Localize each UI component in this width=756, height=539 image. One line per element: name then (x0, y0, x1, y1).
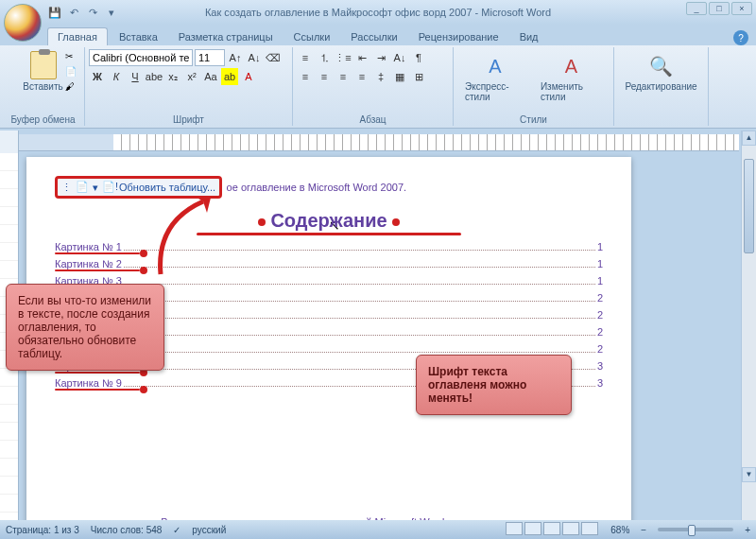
change-case-button[interactable]: Aa (202, 68, 219, 85)
doc-icon: 📄 (76, 181, 89, 194)
change-styles-label: Изменить стили (541, 81, 602, 102)
clipboard-icon (30, 51, 57, 79)
toc-update-toolbar[interactable]: ⋮ 📄 ▾ 📄! Обновить таблицу... (55, 176, 222, 199)
horizontal-ruler[interactable] (19, 134, 739, 151)
clipboard-group-label: Буфер обмена (2, 114, 84, 125)
tab-insert[interactable]: Вставка (110, 28, 167, 45)
group-styles: A Экспресс-стили A Изменить стили Стили (454, 47, 614, 126)
underline-button[interactable]: Ч (127, 68, 144, 85)
font-size-select[interactable] (195, 49, 225, 66)
quick-styles-button[interactable]: A Экспресс-стили (457, 49, 533, 124)
toc-entry[interactable]: Картинка № 11 (55, 241, 603, 254)
window-title: Как создать оглавление в Майкрософт офис… (205, 7, 551, 18)
paste-label: Вставить (23, 81, 62, 92)
close-button[interactable]: × (731, 2, 752, 15)
office-button[interactable] (4, 4, 42, 42)
undo-icon[interactable]: ↶ (66, 5, 81, 20)
shading-button[interactable]: ▦ (391, 68, 408, 85)
toc-entry[interactable]: Картинка № 21 (55, 258, 603, 271)
bullets-button[interactable]: ≡ (297, 49, 314, 66)
zoom-in-button[interactable]: + (745, 525, 750, 535)
refresh-icon: 📄! (102, 181, 115, 194)
toc-entry-page: 1 (597, 275, 603, 287)
scroll-thumb[interactable] (744, 159, 754, 253)
redo-icon[interactable]: ↷ (85, 5, 100, 20)
multilevel-button[interactable]: ⋮≡ (335, 49, 352, 66)
tab-review[interactable]: Рецензирование (409, 28, 508, 45)
clear-format-icon[interactable]: ⌫ (265, 49, 282, 66)
subscript-button[interactable]: x₂ (164, 68, 181, 85)
editing-button[interactable]: 🔍 Редактирование (618, 49, 704, 96)
grow-font-icon[interactable]: A↑ (227, 49, 244, 66)
help-icon[interactable]: ? (733, 30, 748, 45)
minimize-button[interactable]: _ (686, 2, 707, 15)
zoom-slider[interactable] (658, 528, 733, 531)
strike-button[interactable]: abe (146, 68, 163, 85)
group-paragraph: ≡ ⒈ ⋮≡ ⇤ ⇥ A↓ ¶ ≡ ≡ ≡ ≡ ‡ ▦ ⊞ Абзац (293, 47, 454, 126)
quick-styles-label: Экспресс-стили (465, 81, 525, 102)
font-name-select[interactable] (89, 49, 193, 66)
save-icon[interactable]: 💾 (47, 5, 62, 20)
borders-button[interactable]: ⊞ (410, 68, 427, 85)
editing-label: Редактирование (625, 81, 696, 92)
shrink-font-icon[interactable]: A↓ (246, 49, 263, 66)
paragraph-group-label: Абзац (293, 114, 453, 125)
change-styles-icon: A (558, 53, 584, 79)
status-language[interactable]: русский (192, 525, 226, 535)
toc-entry-name: Картинка № 1 (55, 241, 122, 252)
bold-button[interactable]: Ж (89, 68, 106, 85)
align-left-button[interactable]: ≡ (297, 68, 314, 85)
show-marks-button[interactable]: ¶ (410, 49, 427, 66)
highlight-button[interactable]: ab (221, 68, 238, 85)
toc-handle-icon[interactable]: ⋮ (61, 182, 72, 194)
update-table-label[interactable]: Обновить таблицу... (119, 182, 215, 193)
vertical-scrollbar[interactable]: ▲ ▼ (741, 130, 756, 520)
font-group-label: Шрифт (85, 114, 292, 125)
copy-icon[interactable]: 📄 (65, 66, 80, 79)
quick-access-toolbar: 💾 ↶ ↷ ▾ (47, 5, 119, 20)
align-center-button[interactable]: ≡ (316, 68, 333, 85)
tab-home[interactable]: Главная (47, 27, 108, 45)
format-painter-icon[interactable]: 🖌 (65, 81, 80, 95)
scroll-down-icon[interactable]: ▼ (742, 467, 756, 482)
qat-dropdown-icon[interactable]: ▾ (104, 5, 119, 20)
callout-update: Если вы что-то изменили в тексте, после … (6, 284, 164, 371)
superscript-button[interactable]: x² (183, 68, 200, 85)
status-page[interactable]: Страница: 1 из 3 (6, 525, 79, 535)
toc-title: Содержание (55, 210, 603, 232)
toc-entry-page: 2 (597, 343, 603, 355)
indent-inc-button[interactable]: ⇥ (372, 49, 389, 66)
toc-entry-name: Картинка № 2 (55, 258, 122, 270)
maximize-button[interactable]: □ (709, 2, 730, 15)
zoom-out-button[interactable]: − (641, 525, 646, 535)
view-buttons[interactable] (505, 522, 599, 537)
align-justify-button[interactable]: ≡ (353, 68, 370, 85)
scroll-up-icon[interactable]: ▲ (742, 130, 756, 146)
status-proof-icon[interactable]: ✓ (173, 525, 180, 535)
group-clipboard: Вставить ✂ 📄 🖌 Буфер обмена (2, 47, 85, 126)
toc-entry-page: 1 (597, 258, 603, 270)
zoom-level[interactable]: 68% (610, 525, 629, 535)
group-editing: 🔍 Редактирование (614, 47, 709, 126)
tab-mailings[interactable]: Рассылки (341, 28, 406, 45)
numbering-button[interactable]: ⒈ (316, 49, 333, 66)
line-spacing-button[interactable]: ‡ (372, 68, 389, 85)
toc-entry-page: 2 (597, 309, 603, 321)
italic-button[interactable]: К (108, 68, 125, 85)
status-words[interactable]: Число слов: 548 (91, 525, 163, 535)
align-right-button[interactable]: ≡ (335, 68, 352, 85)
font-color-button[interactable]: A (240, 68, 257, 85)
indent-dec-button[interactable]: ⇤ (353, 49, 370, 66)
status-bar: Страница: 1 из 3 Число слов: 548 ✓ русск… (0, 520, 756, 539)
tab-page-layout[interactable]: Разметка страницы (169, 28, 283, 45)
sort-button[interactable]: A↓ (391, 49, 408, 66)
toc-entry-name: Картинка № 9 (55, 377, 122, 389)
change-styles-button[interactable]: A Изменить стили (533, 49, 610, 124)
toc-entry-page: 3 (597, 360, 603, 372)
toc-dropdown-icon[interactable]: ▾ (93, 182, 98, 194)
callout-font: Шрифт текста оглавленя можно менять! (416, 355, 572, 415)
tab-references[interactable]: Ссылки (284, 28, 340, 45)
toc-entry-page: 1 (597, 241, 603, 252)
cut-icon[interactable]: ✂ (65, 51, 80, 64)
tab-view[interactable]: Вид (510, 28, 548, 45)
